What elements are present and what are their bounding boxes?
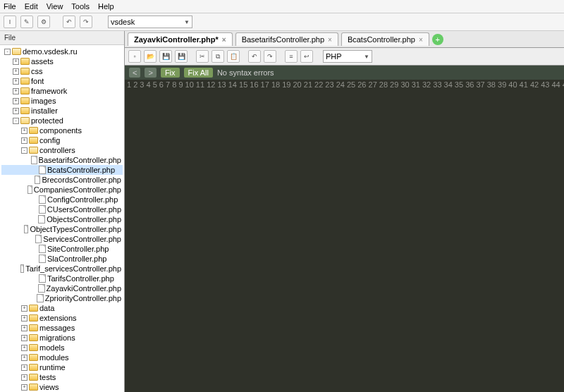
editor-tab[interactable]: BasetarifsController.php× — [235, 32, 338, 46]
folder-icon — [29, 354, 38, 361]
tree-node[interactable]: +images — [1, 96, 123, 106]
tree-node[interactable]: -controllers — [1, 145, 123, 155]
syntax-prev[interactable]: < — [129, 68, 140, 78]
menu-edit[interactable]: Edit — [25, 2, 38, 11]
cut-icon[interactable]: ✂ — [196, 50, 209, 63]
editor-toolbar: ▫ 📂 💾 💾 ✂ ⧉ 📋 ↶ ↷ ≡ ↩ PHP▼ — [125, 48, 564, 66]
language-select[interactable]: PHP▼ — [323, 50, 372, 63]
tree-node[interactable]: SiteController.php — [1, 244, 123, 254]
tree-node[interactable]: ObjectsController.php — [1, 214, 123, 224]
tree-node[interactable]: +extensions — [1, 313, 123, 323]
menu-file[interactable]: File — [4, 2, 16, 11]
tree-node[interactable]: ObjectTypesController.php — [1, 224, 123, 234]
tree-node[interactable]: Tarif_servicesController.php — [1, 264, 123, 274]
expand-icon[interactable]: + — [21, 128, 27, 134]
tree-node[interactable]: -demo.vsdesk.ru — [1, 47, 123, 56]
tree-node[interactable]: -protected — [1, 116, 123, 125]
expand-icon[interactable]: + — [13, 68, 19, 75]
copy-icon[interactable]: ⧉ — [212, 50, 224, 63]
expand-icon[interactable]: + — [21, 137, 27, 144]
save-all-icon[interactable]: 💾 — [175, 50, 188, 63]
expand-icon[interactable]: - — [13, 118, 19, 124]
menu-help[interactable]: Help — [98, 2, 114, 11]
expand-icon[interactable]: + — [21, 355, 27, 361]
tree-label: modules — [39, 353, 69, 362]
file-icon — [38, 284, 45, 293]
tree-node[interactable]: +views — [1, 382, 123, 392]
expand-icon[interactable]: + — [13, 59, 19, 65]
tree-node[interactable]: SlaController.php — [1, 254, 123, 264]
expand-icon[interactable]: + — [21, 345, 27, 351]
undo-icon[interactable]: ↶ — [248, 50, 261, 63]
wrap-icon[interactable]: ↩ — [300, 50, 313, 63]
tree-node[interactable]: BrecordsController.php — [1, 175, 123, 185]
expand-icon[interactable]: + — [13, 98, 19, 104]
format-icon[interactable]: ≡ — [285, 50, 298, 63]
tree-node[interactable]: ServicesController.php — [1, 234, 123, 244]
tree-node[interactable]: CUsersController.php — [1, 204, 123, 214]
tree-node[interactable]: +installer — [1, 106, 123, 116]
italic-button[interactable]: I — [4, 16, 16, 28]
tree-node[interactable]: TarifsController.php — [1, 274, 123, 283]
expand-icon[interactable]: + — [21, 315, 27, 321]
tree-node[interactable]: +runtime — [1, 362, 123, 372]
folder-icon — [29, 147, 38, 154]
tree-node[interactable]: ZayavkiController.php — [1, 283, 123, 293]
syntax-next[interactable]: > — [145, 68, 156, 78]
tree-node[interactable]: +framework — [1, 86, 123, 96]
expand-icon[interactable]: - — [21, 147, 27, 154]
editor-tab[interactable]: BcatsController.php× — [341, 32, 429, 46]
tree-node[interactable]: +modules — [1, 353, 123, 362]
close-icon[interactable]: × — [419, 36, 423, 44]
tree-node[interactable]: +css — [1, 66, 123, 76]
tree-node[interactable]: CompaniesController.php — [1, 185, 123, 195]
tree-node[interactable]: +tests — [1, 372, 123, 382]
menu-tools[interactable]: Tools — [71, 2, 90, 11]
code-editor[interactable]: 1 2 3 4 5 6 7 8 9 10 11 12 13 14 15 16 1… — [125, 80, 564, 392]
tree-node[interactable]: +migrations — [1, 333, 123, 343]
tree-node[interactable]: +messages — [1, 323, 123, 333]
tree-node[interactable]: +config — [1, 135, 123, 145]
tree-node[interactable]: +components — [1, 125, 123, 135]
new-tab-button[interactable]: + — [432, 34, 443, 45]
new-file-icon[interactable]: ▫ — [128, 50, 141, 63]
open-file-icon[interactable]: 📂 — [144, 50, 157, 63]
fix-button[interactable]: Fix — [161, 68, 180, 78]
redo-icon[interactable]: ↷ — [264, 50, 276, 63]
expand-icon[interactable]: - — [4, 49, 11, 55]
expand-icon[interactable]: + — [21, 384, 27, 391]
tree-node[interactable]: ZpriorityController.php — [1, 293, 123, 303]
config-button[interactable]: ⚙ — [37, 16, 50, 28]
tree-label: Tarif_servicesController.php — [25, 264, 121, 274]
undo-button[interactable]: ↶ — [63, 16, 75, 28]
file-tree[interactable]: -demo.vsdesk.ru+assets+css+font+framewor… — [0, 45, 124, 392]
expand-icon[interactable]: + — [13, 88, 19, 94]
project-combo[interactable]: vsdesk▼ — [108, 16, 192, 28]
fixall-button[interactable]: Fix All — [184, 68, 213, 78]
file-icon — [35, 235, 42, 243]
expand-icon[interactable]: + — [21, 335, 27, 341]
tree-node[interactable]: +assets — [1, 56, 123, 66]
redo-button[interactable]: ↷ — [80, 16, 92, 28]
menu-view[interactable]: View — [47, 2, 63, 11]
folder-icon — [29, 334, 38, 341]
tree-node[interactable]: BasetarifsController.php — [1, 155, 123, 165]
tree-node[interactable]: +data — [1, 303, 123, 313]
paste-icon[interactable]: 📋 — [227, 50, 240, 63]
editor-tab[interactable]: ZayavkiController.php*× — [128, 32, 233, 46]
expand-icon[interactable]: + — [21, 374, 27, 381]
expand-icon[interactable]: + — [21, 365, 27, 371]
expand-icon[interactable]: + — [21, 325, 27, 331]
save-icon[interactable]: 💾 — [159, 50, 172, 63]
expand-icon[interactable]: + — [21, 305, 27, 312]
expand-icon[interactable]: + — [13, 108, 19, 114]
wand-button[interactable]: ✎ — [20, 16, 33, 28]
tree-node[interactable]: +font — [1, 76, 123, 86]
close-icon[interactable]: × — [328, 36, 332, 44]
menubar: File Edit View Tools Help — [0, 0, 564, 13]
tree-node[interactable]: +models — [1, 343, 123, 353]
tree-node[interactable]: ConfigController.php — [1, 195, 123, 204]
expand-icon[interactable]: + — [13, 78, 19, 85]
close-icon[interactable]: × — [222, 36, 226, 44]
tree-node[interactable]: BcatsController.php — [1, 165, 123, 175]
